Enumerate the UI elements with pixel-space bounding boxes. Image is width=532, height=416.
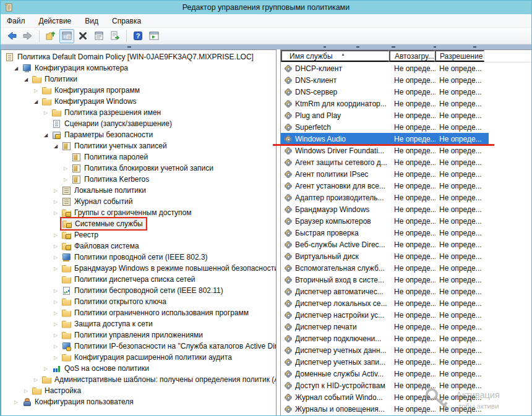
tree-item-content[interactable]: Политика Kerberos <box>71 174 152 184</box>
service-row[interactable]: Доменные службы Activ... Не опреде... Не… <box>281 368 489 380</box>
menu-item[interactable]: Файл <box>7 17 25 25</box>
tree-item[interactable]: Политики управления приложениями <box>1 329 276 341</box>
service-row[interactable]: Адаптер производитель... Не опреде... Не… <box>281 192 489 203</box>
tree-item[interactable]: Политики проводной сети (IEEE 802.3) <box>1 252 276 263</box>
forward-button[interactable] <box>20 29 35 43</box>
tree-item[interactable]: Политика блокировки учетной записи <box>1 163 276 174</box>
service-row[interactable]: DNS-сервер Не опреде... Не опреде... <box>281 86 489 98</box>
expander-icon[interactable] <box>44 132 51 138</box>
service-row[interactable]: Диспетчер локальных се... Не опреде... Н… <box>281 297 489 309</box>
expander-icon[interactable] <box>44 110 51 116</box>
tree-item-content[interactable]: Брандмауэр Windows в режиме повышенной б… <box>61 263 277 273</box>
expander-icon[interactable] <box>54 188 61 193</box>
service-row[interactable]: Диспетчер подключени... Не опреде... Не … <box>281 333 489 344</box>
tree-item-content[interactable]: Политика блокировки учетной записи <box>71 163 216 173</box>
service-row[interactable]: Виртуальный диск Не опреде... Не опреде.… <box>281 250 489 262</box>
tree-item[interactable]: Системные службы <box>1 218 276 229</box>
tree-item[interactable]: Политика Default Domain Policy [WIN-0JAE… <box>1 51 276 62</box>
tree-item-content[interactable]: Журнал событий <box>61 197 135 206</box>
tree-item[interactable]: Политики <box>1 74 276 85</box>
tree-item[interactable]: Политики IP-безопасности на "Служба ката… <box>1 341 276 352</box>
column-header-permission[interactable]: Разрешение <box>435 50 484 62</box>
tree-item-content[interactable]: Конфигурация компьютера <box>22 63 131 73</box>
tree-item[interactable]: Конфигурация пользователя <box>1 396 276 407</box>
service-row[interactable]: Вспомогательная служб... Не опреде... Не… <box>281 262 489 274</box>
new-window-button[interactable] <box>147 29 161 43</box>
tree-item[interactable]: Конфигурация программ <box>1 85 276 96</box>
export-list-button[interactable] <box>108 29 122 43</box>
service-row[interactable]: Доступ к HID-устройствам Не опреде... Не… <box>281 380 489 391</box>
menu-item[interactable]: Справка <box>112 17 141 25</box>
tree-item[interactable]: Брандмауэр Windows в режиме повышенной б… <box>1 263 276 274</box>
tree-item[interactable]: Группы с ограниченным доступом <box>1 207 276 218</box>
tree-item[interactable]: Локальные политики <box>1 185 276 196</box>
expander-icon[interactable] <box>14 66 22 71</box>
expander-icon[interactable] <box>54 299 61 305</box>
expander-icon[interactable] <box>54 321 61 327</box>
expander-icon[interactable] <box>34 88 41 93</box>
tree-item[interactable]: Защита доступа к сети <box>1 318 276 329</box>
tree-item[interactable]: Политики диспетчера списка сетей <box>1 274 276 285</box>
service-row[interactable]: Windows Driver Foundati... Не опреде... … <box>281 145 489 156</box>
tree-item-content[interactable]: Политики учетных записей <box>61 141 169 151</box>
service-row[interactable]: DHCP-клиент Не опреде... Не опреде... <box>281 62 489 74</box>
menu-item[interactable]: Вид <box>85 17 98 25</box>
tree-item-content[interactable]: Параметры безопасности <box>51 130 155 140</box>
expander-icon[interactable] <box>64 177 71 182</box>
expander-icon[interactable] <box>44 366 51 371</box>
menu-item[interactable]: Действие <box>39 17 72 25</box>
expander-icon[interactable] <box>54 143 61 149</box>
tree-item[interactable]: Политики учетных записей <box>1 140 276 151</box>
expander-icon[interactable] <box>24 77 32 82</box>
expander-icon[interactable] <box>54 266 61 271</box>
tree-item[interactable]: Журнал событий <box>1 196 276 207</box>
delete-button[interactable] <box>75 29 90 43</box>
tree-item[interactable]: Политика Kerberos <box>1 174 276 185</box>
back-button[interactable] <box>4 29 19 43</box>
tree-item-content[interactable]: QoS на основе политики <box>51 363 152 373</box>
tree-item[interactable]: Сценарии (запуск/завершение) <box>1 118 276 129</box>
service-row[interactable]: Диспетчер печати Не опреде... Не опреде.… <box>281 321 489 333</box>
tree-item[interactable]: Настройка <box>1 385 276 396</box>
expander-icon[interactable] <box>34 99 41 104</box>
properties-button[interactable] <box>92 29 106 43</box>
tree-item-content[interactable]: Политики диспетчера списка сетей <box>61 274 198 284</box>
service-row[interactable]: Веб-службы Active Direc... Не опреде... … <box>281 239 489 250</box>
tree-item[interactable]: Параметры безопасности <box>1 129 276 140</box>
service-row[interactable]: Агент установки для все... Не опреде... … <box>281 180 489 192</box>
tree-item[interactable]: QoS на основе политики <box>1 363 276 374</box>
expander-icon[interactable] <box>54 199 61 205</box>
service-row[interactable]: Браузер компьютеров Не опреде... Не опре… <box>281 215 489 227</box>
service-row[interactable]: Superfetch Не опреде... Не опреде... <box>281 121 489 133</box>
folder-up-button[interactable] <box>43 29 58 43</box>
tree-item-content[interactable]: Защита доступа к сети <box>61 319 155 329</box>
tree-item-content[interactable]: Конфигурация расширенной политики аудита <box>61 352 234 362</box>
tree-item-content[interactable]: Конфигурация пользователя <box>22 397 136 407</box>
expander-icon[interactable] <box>54 244 61 249</box>
tree-item-content[interactable]: Политики проводной сети (IEEE 802.3) <box>61 252 210 262</box>
expander-icon[interactable] <box>24 388 32 394</box>
service-row[interactable]: Диспетчер автоматичес... Не опреде... Не… <box>281 286 489 297</box>
tree-item-content[interactable]: Группы с ограниченным доступом <box>61 208 194 218</box>
expander-icon[interactable] <box>54 333 61 338</box>
tree-item-content[interactable]: Политики открытого ключа <box>61 297 169 307</box>
service-row[interactable]: Диспетчер учетных запи... Не опреде... Н… <box>281 356 489 368</box>
tree-item[interactable]: Административные шаблоны: получены опред… <box>1 374 276 385</box>
tree-item[interactable]: Файловая система <box>1 240 276 252</box>
expander-icon[interactable] <box>54 232 61 238</box>
tree-item[interactable]: Политика разрешения имен <box>1 107 276 118</box>
service-row[interactable]: Агент защиты сетевого д... Не опреде... … <box>281 156 489 168</box>
service-row[interactable]: Диспетчер учетных данн... Не опреде... Н… <box>281 344 489 356</box>
tree-item[interactable]: Конфигурация компьютера <box>1 62 276 74</box>
tree-item-content[interactable]: Политика паролей <box>71 152 150 162</box>
tree-item-content[interactable]: Настройка <box>32 386 84 396</box>
expander-icon[interactable] <box>54 288 61 294</box>
tree-item-content[interactable]: Реестр <box>61 230 101 240</box>
tree-item-content[interactable]: Политики IP-безопасности на "Служба ката… <box>61 341 277 351</box>
service-row[interactable]: Диспетчер настройки ус... Не опреде... Н… <box>281 309 489 321</box>
expander-icon[interactable] <box>64 166 71 171</box>
expander-icon[interactable] <box>54 210 61 216</box>
tree-item-content[interactable]: Конфигурация Windows <box>41 96 139 106</box>
tree-item[interactable]: Политики беспроводной сети (IEEE 802.11) <box>1 285 276 296</box>
tree-item-content[interactable]: Системные службы <box>61 218 146 229</box>
